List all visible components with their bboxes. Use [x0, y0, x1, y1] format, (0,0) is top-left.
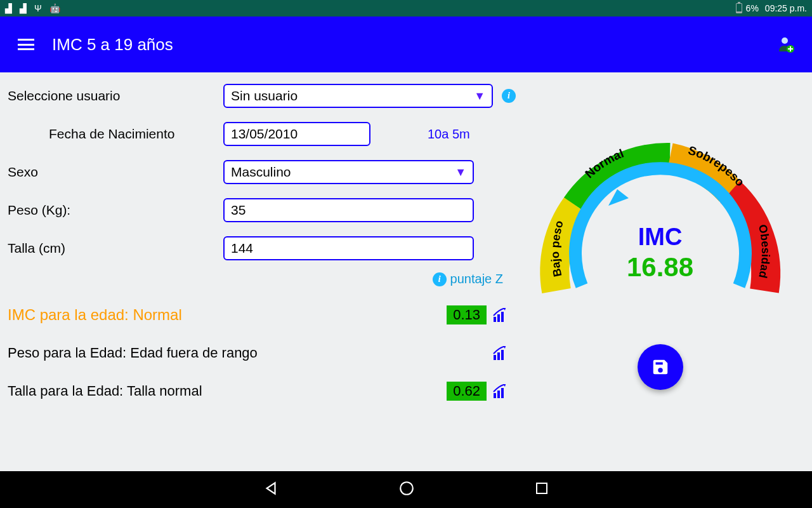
gauge-title: IMC — [527, 224, 794, 251]
user-select-value: Sin usuario — [231, 88, 298, 104]
user-select[interactable]: Sin usuario ▼ — [223, 84, 493, 108]
save-button[interactable] — [638, 344, 683, 390]
svg-rect-17 — [537, 483, 547, 493]
height-value: 144 — [231, 241, 253, 256]
weight-input[interactable]: 35 — [223, 198, 474, 222]
height-input[interactable]: 144 — [223, 236, 474, 260]
chart-icon[interactable] — [493, 308, 509, 322]
svg-rect-9 — [497, 391, 500, 398]
chevron-down-icon: ▼ — [474, 90, 485, 103]
app-bar: IMC 5 a 19 años — [0, 17, 812, 72]
imc-gauge: Bajo peso Normal Sobrepeso Obesidad IMC … — [527, 128, 794, 331]
status-icon: ▟ — [20, 3, 27, 13]
status-left-icons: ▟ ▟ Ψ 🤖 — [5, 3, 60, 13]
page-title: IMC 5 a 19 años — [52, 35, 173, 55]
form-column: Seleccione usuario Sin usuario ▼ i Fecha… — [8, 84, 516, 466]
usb-icon: Ψ — [34, 3, 42, 13]
home-button[interactable] — [398, 480, 415, 499]
add-user-button[interactable] — [778, 36, 794, 53]
dob-value: 13/05/2010 — [231, 126, 298, 142]
gauge-value: 16.88 — [527, 252, 794, 283]
svg-rect-7 — [501, 350, 504, 360]
recent-apps-button[interactable] — [534, 481, 549, 498]
zscore-header: i puntaje Z — [8, 272, 516, 286]
weight-value: 35 — [231, 203, 246, 218]
svg-rect-3 — [497, 314, 500, 322]
svg-rect-8 — [494, 393, 496, 398]
info-icon[interactable]: i — [433, 272, 447, 286]
chevron-down-icon: ▼ — [455, 166, 466, 179]
chart-icon[interactable] — [493, 346, 509, 360]
select-user-label: Seleccione usuario — [8, 88, 223, 104]
svg-rect-4 — [501, 312, 504, 322]
svg-rect-5 — [494, 355, 496, 360]
zscore-label: puntaje Z — [450, 272, 503, 286]
age-readout: 10a 5m — [428, 127, 470, 142]
chart-icon[interactable] — [493, 384, 509, 398]
android-icon: 🤖 — [49, 3, 60, 13]
status-time: 09:25 p.m. — [765, 3, 807, 13]
dob-label: Fecha de Nacimiento — [8, 126, 223, 142]
android-nav-bar — [0, 471, 812, 508]
back-button[interactable] — [263, 480, 279, 499]
height-age-score: 0.62 — [447, 382, 487, 401]
dob-input[interactable]: 13/05/2010 — [223, 122, 370, 146]
imc-score: 0.13 — [447, 305, 487, 324]
imc-age-result: IMC para la edad: Normal — [8, 306, 182, 324]
height-label: Talla (cm) — [8, 241, 223, 256]
svg-point-0 — [782, 37, 788, 44]
svg-rect-10 — [501, 388, 504, 398]
menu-button[interactable] — [18, 39, 34, 50]
height-age-result: Talla para la Edad: Talla normal — [8, 383, 202, 399]
svg-rect-6 — [497, 352, 500, 360]
weight-age-result: Peso para la Edad: Edad fuera de rango — [8, 345, 258, 361]
status-icon: ▟ — [5, 3, 12, 13]
svg-rect-2 — [494, 317, 496, 322]
battery-icon — [736, 3, 742, 13]
sex-select[interactable]: Masculino ▼ — [223, 160, 474, 184]
status-bar: ▟ ▟ Ψ 🤖 6% 09:25 p.m. — [0, 0, 812, 17]
svg-point-16 — [400, 482, 413, 495]
info-icon[interactable]: i — [502, 89, 516, 103]
sex-label: Sexo — [8, 164, 223, 180]
battery-pct: 6% — [746, 3, 759, 13]
save-icon — [651, 358, 670, 377]
weight-label: Peso (Kg): — [8, 203, 223, 218]
sex-value: Masculino — [231, 164, 291, 180]
